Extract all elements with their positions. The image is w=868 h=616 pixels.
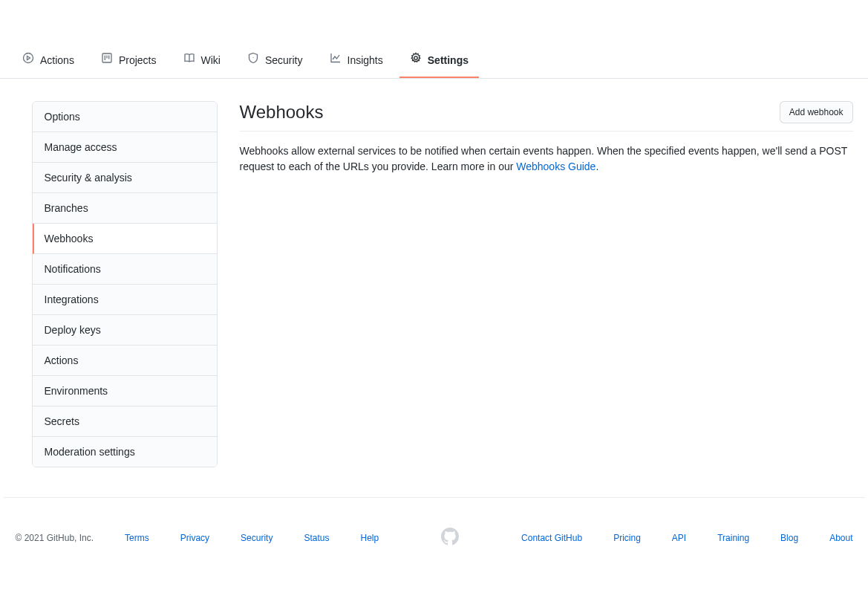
footer-link-contact[interactable]: Contact GitHub	[521, 533, 582, 543]
footer-link-pricing[interactable]: Pricing	[613, 533, 641, 543]
sidebar-item-integrations[interactable]: Integrations	[33, 285, 217, 315]
description-suffix: .	[595, 161, 598, 172]
footer-link-security[interactable]: Security	[241, 533, 273, 543]
footer-link-api[interactable]: API	[672, 533, 686, 543]
tab-projects[interactable]: Projects	[91, 45, 167, 78]
sidebar-item-actions[interactable]: Actions	[33, 346, 217, 376]
page-title: Webhooks	[240, 102, 324, 123]
footer-link-status[interactable]: Status	[304, 533, 329, 543]
tab-label: Projects	[119, 53, 157, 68]
footer-right: Contact GitHub Pricing API Training Blog…	[521, 533, 852, 543]
gear-icon	[410, 52, 422, 68]
tab-actions[interactable]: Actions	[12, 45, 85, 78]
github-logo-icon[interactable]	[441, 528, 459, 548]
sidebar-item-webhooks[interactable]: Webhooks	[33, 224, 217, 254]
footer-link-about[interactable]: About	[829, 533, 852, 543]
svg-point-3	[414, 56, 417, 59]
sidebar-item-label: Manage access	[45, 141, 117, 153]
footer-link-privacy[interactable]: Privacy	[180, 533, 209, 543]
sidebar-item-label: Secrets	[45, 415, 79, 427]
sidebar-item-label: Security & analysis	[45, 172, 132, 184]
add-webhook-button[interactable]: Add webhook	[780, 101, 853, 123]
webhooks-guide-link[interactable]: Webhooks Guide	[516, 161, 595, 172]
main-layout: Options Manage access Security & analysi…	[4, 79, 865, 467]
tab-label: Security	[265, 53, 303, 68]
shield-icon	[247, 52, 259, 68]
tab-label: Insights	[347, 53, 383, 68]
sidebar-item-notifications[interactable]: Notifications	[33, 254, 217, 285]
tab-settings[interactable]: Settings	[399, 45, 479, 78]
svg-point-2	[252, 57, 253, 58]
footer-link-blog[interactable]: Blog	[780, 533, 798, 543]
tab-label: Settings	[428, 53, 469, 68]
settings-sidebar: Options Manage access Security & analysi…	[32, 101, 218, 467]
sidebar-item-options[interactable]: Options	[33, 102, 217, 132]
footer-link-help[interactable]: Help	[360, 533, 379, 543]
site-footer: © 2021 GitHub, Inc. Terms Privacy Securi…	[4, 497, 865, 585]
copyright-text: © 2021 GitHub, Inc.	[16, 533, 94, 543]
sidebar-item-branches[interactable]: Branches	[33, 193, 217, 224]
footer-left: © 2021 GitHub, Inc. Terms Privacy Securi…	[16, 533, 379, 543]
sidebar-item-label: Moderation settings	[45, 446, 135, 458]
svg-point-0	[24, 54, 33, 63]
sidebar-item-label: Actions	[45, 354, 79, 366]
sidebar-item-label: Webhooks	[45, 233, 94, 244]
content-area: Webhooks Add webhook Webhooks allow exte…	[240, 101, 853, 467]
sidebar-item-moderation[interactable]: Moderation settings	[33, 437, 217, 467]
sidebar-item-label: Options	[45, 111, 80, 123]
tab-insights[interactable]: Insights	[319, 45, 394, 78]
tab-wiki[interactable]: Wiki	[173, 45, 231, 78]
sidebar-item-security-analysis[interactable]: Security & analysis	[33, 163, 217, 193]
sidebar-item-label: Notifications	[45, 263, 101, 275]
sidebar-item-environments[interactable]: Environments	[33, 376, 217, 406]
footer-link-training[interactable]: Training	[717, 533, 749, 543]
repo-tab-nav: Actions Projects Wiki Security Insights …	[0, 45, 868, 79]
content-header: Webhooks Add webhook	[240, 101, 853, 132]
book-icon	[183, 52, 195, 68]
kanban-icon	[101, 52, 113, 68]
webhooks-description: Webhooks allow external services to be n…	[240, 143, 853, 175]
sidebar-item-label: Environments	[45, 385, 108, 397]
graph-icon	[330, 52, 342, 68]
tab-label: Actions	[40, 53, 74, 68]
sidebar-item-label: Branches	[45, 202, 88, 214]
play-icon	[22, 52, 34, 68]
tab-label: Wiki	[201, 53, 221, 68]
top-spacer	[0, 0, 868, 45]
tab-security[interactable]: Security	[237, 45, 313, 78]
sidebar-item-label: Deploy keys	[45, 324, 101, 336]
footer-link-terms[interactable]: Terms	[125, 533, 149, 543]
sidebar-item-label: Integrations	[45, 294, 99, 305]
sidebar-item-secrets[interactable]: Secrets	[33, 406, 217, 437]
sidebar-item-deploy-keys[interactable]: Deploy keys	[33, 315, 217, 346]
sidebar-item-manage-access[interactable]: Manage access	[33, 132, 217, 163]
